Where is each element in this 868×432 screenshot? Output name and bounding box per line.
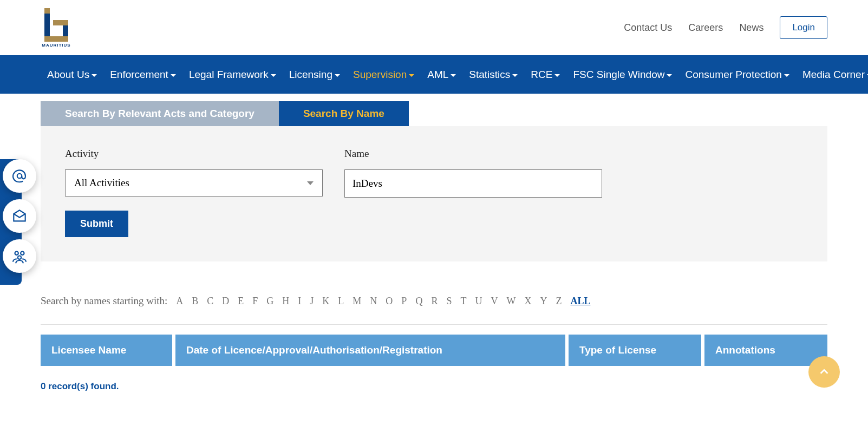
top-bar: MAURITIUS Contact Us Careers News Login [0, 0, 868, 55]
alpha-h[interactable]: H [282, 296, 289, 307]
nav-media-corner[interactable]: Media Corner [796, 69, 868, 81]
chevron-down-icon [409, 74, 414, 77]
svg-rect-2 [44, 36, 68, 42]
alpha-t[interactable]: T [460, 296, 466, 307]
alpha-z[interactable]: Z [556, 296, 562, 307]
name-input[interactable] [344, 169, 602, 198]
alpha-f[interactable]: F [252, 296, 258, 307]
chevron-down-icon [271, 74, 276, 77]
nav-legal-framework[interactable]: Legal Framework [182, 69, 283, 81]
alpha-u[interactable]: U [475, 296, 482, 307]
nav-rce[interactable]: RCE [524, 69, 566, 81]
login-button[interactable]: Login [780, 16, 827, 39]
form-row: Activity All Activities Name [65, 148, 803, 198]
side-widgets [0, 159, 36, 273]
nav-label: Consumer Protection [685, 69, 781, 81]
nav-label: Legal Framework [189, 69, 269, 81]
chevron-down-icon [92, 74, 97, 77]
alpha-v[interactable]: V [491, 296, 498, 307]
top-link-contact[interactable]: Contact Us [624, 22, 672, 34]
alpha-n[interactable]: N [370, 296, 377, 307]
alpha-d[interactable]: D [222, 296, 229, 307]
nav-label: Supervision [353, 69, 407, 81]
side-group-button[interactable] [3, 239, 36, 273]
side-email-button[interactable] [3, 159, 36, 193]
alpha-p[interactable]: P [401, 296, 407, 307]
scroll-top-button[interactable] [808, 356, 840, 388]
tab-search-by-acts[interactable]: Search By Relevant Acts and Category [41, 101, 279, 126]
nav-label: AML [427, 69, 448, 81]
alpha-j[interactable]: J [310, 296, 314, 307]
group-icon [11, 247, 28, 265]
nav-supervision[interactable]: Supervision [347, 69, 421, 81]
chevron-down-icon [667, 74, 672, 77]
alpha-c[interactable]: C [207, 296, 213, 307]
alpha-i[interactable]: I [298, 296, 301, 307]
results-table-header: Licensee Name Date of Licence/Approval/A… [41, 335, 827, 366]
chevron-down-icon [512, 74, 518, 77]
alpha-m[interactable]: M [353, 296, 361, 307]
content: Search By Relevant Acts and Category Sea… [0, 101, 868, 392]
activity-group: Activity All Activities [65, 148, 323, 198]
alpha-x[interactable]: X [524, 296, 531, 307]
svg-rect-0 [44, 8, 50, 14]
chevron-down-icon [554, 74, 560, 77]
name-label: Name [344, 148, 602, 160]
alpha-all[interactable]: ALL [570, 296, 590, 307]
nav-fsc-single-window[interactable]: FSC Single Window [566, 69, 678, 81]
nav-consumer-protection[interactable]: Consumer Protection [678, 69, 795, 81]
nav-licensing[interactable]: Licensing [283, 69, 347, 81]
top-links: Contact Us Careers News Login [624, 16, 827, 39]
alpha-s[interactable]: S [446, 296, 452, 307]
alpha-b[interactable]: B [192, 296, 198, 307]
svg-point-6 [15, 251, 18, 254]
records-found: 0 record(s) found. [41, 381, 827, 392]
alpha-r[interactable]: R [431, 296, 438, 307]
chevron-down-icon [307, 181, 314, 185]
nav-enforcement[interactable]: Enforcement [103, 69, 182, 81]
logo[interactable]: MAURITIUS [41, 6, 72, 49]
activity-value: All Activities [74, 177, 129, 189]
activity-select[interactable]: All Activities [65, 169, 323, 197]
col-licensee-name: Licensee Name [41, 335, 172, 366]
chevron-down-icon [335, 74, 340, 77]
nav-label: Licensing [289, 69, 332, 81]
main-nav: About Us Enforcement Legal Framework Lic… [0, 55, 868, 94]
alpha-row: Search by names starting with: A B C D E… [41, 295, 827, 307]
submit-button[interactable]: Submit [65, 211, 128, 237]
col-type: Type of License [569, 335, 701, 366]
nav-statistics[interactable]: Statistics [462, 69, 524, 81]
alpha-e[interactable]: E [238, 296, 244, 307]
envelope-open-icon [11, 207, 28, 225]
logo-text: MAURITIUS [42, 43, 70, 48]
alpha-l[interactable]: L [338, 296, 344, 307]
svg-point-8 [18, 256, 21, 259]
alpha-q[interactable]: Q [415, 296, 422, 307]
nav-label: RCE [531, 69, 552, 81]
alpha-w[interactable]: W [506, 296, 515, 307]
nav-label: FSC Single Window [573, 69, 664, 81]
svg-rect-4 [53, 20, 68, 25]
side-inbox-button[interactable] [3, 199, 36, 233]
search-tabs: Search By Relevant Acts and Category Sea… [41, 101, 827, 126]
top-link-careers[interactable]: Careers [688, 22, 723, 34]
alpha-y[interactable]: Y [540, 296, 547, 307]
chevron-up-icon [818, 366, 830, 378]
chevron-down-icon [784, 74, 789, 77]
nav-label: About Us [47, 69, 89, 81]
name-group: Name [344, 148, 602, 198]
alpha-k[interactable]: K [322, 296, 329, 307]
alpha-o[interactable]: O [386, 296, 393, 307]
nav-label: Enforcement [110, 69, 168, 81]
logo-icon [41, 8, 71, 42]
top-link-news[interactable]: News [739, 22, 763, 34]
nav-about-us[interactable]: About Us [41, 69, 103, 81]
alpha-a[interactable]: A [176, 296, 183, 307]
alpha-g[interactable]: G [266, 296, 273, 307]
tab-search-by-name[interactable]: Search By Name [279, 101, 409, 126]
activity-label: Activity [65, 148, 323, 160]
svg-rect-1 [44, 14, 50, 36]
col-annotations: Annotations [704, 335, 827, 366]
nav-label: Statistics [469, 69, 510, 81]
nav-aml[interactable]: AML [421, 69, 462, 81]
